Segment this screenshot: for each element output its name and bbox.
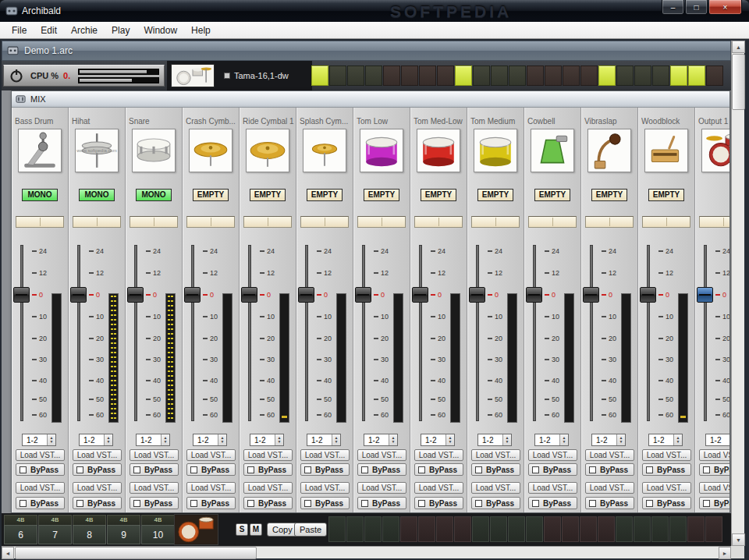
maximize-button[interactable]: □ xyxy=(685,0,708,15)
spinner-arrows-icon[interactable]: ▲▼ xyxy=(673,434,682,445)
bypass-checkbox[interactable] xyxy=(190,466,197,473)
step-cell[interactable] xyxy=(634,66,651,86)
bypass-toggle-1[interactable]: ByPass xyxy=(300,463,350,476)
channel-image[interactable] xyxy=(246,129,289,172)
load-vst-button-2[interactable]: Load VST... xyxy=(243,482,293,494)
bypass-checkbox[interactable] xyxy=(133,500,140,507)
load-vst-button-2[interactable]: Load VST... xyxy=(699,482,729,494)
step-cell[interactable] xyxy=(508,516,525,542)
vertical-scrollbar[interactable]: ▲ ▼ xyxy=(731,41,744,546)
step-cell[interactable] xyxy=(598,66,616,86)
load-vst-button-2[interactable]: Load VST... xyxy=(300,482,350,494)
output-selector[interactable]: 1-2 ▲▼ xyxy=(79,434,113,446)
output-selector[interactable]: 1-2 ▲▼ xyxy=(250,434,284,446)
spinner-arrows-icon[interactable]: ▲▼ xyxy=(218,434,226,445)
step-cell[interactable] xyxy=(346,516,364,542)
menu-edit[interactable]: Edit xyxy=(34,23,64,38)
output-selector[interactable]: 1-2 ▲▼ xyxy=(136,434,170,446)
titlebar[interactable]: Archibald SOFTPEDIA – □ × xyxy=(0,0,749,22)
step-cell[interactable] xyxy=(651,516,669,542)
pattern-slot[interactable]: 4B8 xyxy=(73,515,106,544)
bypass-toggle-2[interactable]: ByPass xyxy=(16,497,65,509)
scroll-right-icon[interactable]: ► xyxy=(719,547,731,559)
step-cell[interactable] xyxy=(526,516,543,542)
step-cell[interactable] xyxy=(563,66,580,86)
bypass-checkbox[interactable] xyxy=(532,500,539,507)
bypass-toggle-2[interactable]: ByPass xyxy=(130,497,179,509)
channel-mode-button[interactable]: EMPTY xyxy=(477,189,513,201)
step-cell[interactable] xyxy=(437,66,454,86)
bypass-checkbox[interactable] xyxy=(190,500,197,507)
spinner-arrows-icon[interactable]: ▲▼ xyxy=(445,434,454,445)
spinner-arrows-icon[interactable]: ▲▼ xyxy=(616,434,625,445)
bypass-toggle-2[interactable]: ByPass xyxy=(243,497,293,509)
channel-mode-button[interactable]: MONO xyxy=(79,189,115,201)
load-vst-button-2[interactable]: Load VST... xyxy=(16,482,65,494)
step-cell[interactable] xyxy=(670,66,687,86)
output-selector[interactable]: 1-2 ▲▼ xyxy=(477,434,512,446)
step-cell[interactable] xyxy=(364,516,382,542)
output-selector[interactable]: 1-2 ▲▼ xyxy=(22,434,56,446)
solo-button[interactable]: S xyxy=(236,523,248,536)
channel-image[interactable] xyxy=(417,129,460,172)
channel-image[interactable]: www.softpedia.com xyxy=(75,129,119,172)
channel-mode-button[interactable]: EMPTY xyxy=(364,189,399,201)
mute-button[interactable]: M xyxy=(250,523,262,536)
step-cell[interactable] xyxy=(706,66,723,86)
bypass-toggle-1[interactable]: ByPass xyxy=(186,463,236,476)
spinner-arrows-icon[interactable]: ▲▼ xyxy=(275,434,283,445)
bypass-checkbox[interactable] xyxy=(418,466,425,473)
step-cell[interactable] xyxy=(580,66,598,86)
load-vst-button-1[interactable]: Load VST... xyxy=(73,449,122,461)
pan-slider[interactable] xyxy=(585,216,634,228)
pattern-slot[interactable]: 4B9 xyxy=(107,515,140,544)
bypass-checkbox[interactable] xyxy=(76,500,83,507)
bypass-checkbox[interactable] xyxy=(475,500,482,507)
spinner-arrows-icon[interactable]: ▲▼ xyxy=(389,434,397,445)
pan-slider[interactable] xyxy=(130,216,178,228)
menu-window[interactable]: Window xyxy=(137,23,184,38)
load-vst-button-1[interactable]: Load VST... xyxy=(130,449,179,461)
spinner-arrows-icon[interactable]: ▲▼ xyxy=(502,434,511,445)
channel-image[interactable] xyxy=(701,129,729,172)
step-cell[interactable] xyxy=(562,516,579,542)
close-button[interactable]: × xyxy=(708,0,742,15)
pan-slider[interactable] xyxy=(471,216,520,228)
load-vst-button-2[interactable]: Load VST... xyxy=(130,482,179,494)
load-vst-button-1[interactable]: Load VST... xyxy=(243,449,293,461)
step-cell[interactable] xyxy=(311,66,328,86)
menu-play[interactable]: Play xyxy=(105,23,137,38)
bypass-toggle-2[interactable]: ByPass xyxy=(642,497,691,509)
bypass-toggle-2[interactable]: ByPass xyxy=(585,497,634,509)
bypass-checkbox[interactable] xyxy=(361,500,368,507)
bypass-toggle-2[interactable]: ByPass xyxy=(414,497,463,509)
step-cell[interactable] xyxy=(652,66,669,86)
step-cell[interactable] xyxy=(705,516,722,542)
channel-image[interactable] xyxy=(474,129,517,172)
output-selector[interactable]: 1-2 ▲▼ xyxy=(421,434,455,446)
load-vst-button-1[interactable]: Load VST... xyxy=(16,449,65,461)
spinner-arrows-icon[interactable]: ▲▼ xyxy=(332,434,340,445)
bypass-checkbox[interactable] xyxy=(418,500,425,507)
load-vst-button-1[interactable]: Load VST... xyxy=(300,449,350,461)
fader-handle[interactable] xyxy=(70,287,87,303)
load-vst-button-1[interactable]: Load VST... xyxy=(642,449,691,461)
load-vst-button-1[interactable]: Load VST... xyxy=(699,449,729,461)
level-slider-2[interactable] xyxy=(78,77,159,83)
channel-mode-button[interactable]: EMPTY xyxy=(193,189,229,201)
output-selector[interactable]: 1-2 ▲▼ xyxy=(364,434,398,446)
fader-handle[interactable] xyxy=(13,287,30,303)
step-cell[interactable] xyxy=(472,516,489,542)
step-cell[interactable] xyxy=(347,66,364,86)
step-cell[interactable] xyxy=(616,516,633,542)
output-selector[interactable]: 1-2 ▲▼ xyxy=(591,434,626,446)
step-cell[interactable] xyxy=(329,66,346,86)
bypass-checkbox[interactable] xyxy=(304,500,311,507)
step-cell[interactable] xyxy=(419,66,436,86)
pan-slider[interactable] xyxy=(642,216,690,228)
load-vst-button-2[interactable]: Load VST... xyxy=(73,482,122,494)
scroll-up-icon[interactable]: ▲ xyxy=(732,41,745,53)
bypass-toggle-2[interactable]: ByPass xyxy=(186,497,236,509)
channel-mode-button[interactable]: EMPTY xyxy=(534,189,570,201)
step-cell[interactable] xyxy=(634,516,651,542)
